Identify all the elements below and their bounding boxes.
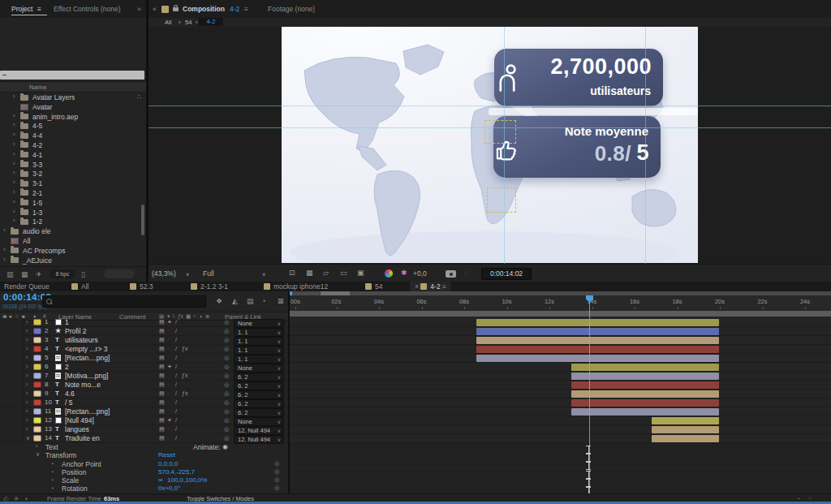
tab-composition-name[interactable]: 4-2	[230, 5, 239, 13]
region-of-interest-icon[interactable]: ▭	[340, 269, 347, 277]
layer-name[interactable]: [Null 494]	[65, 416, 94, 424]
close-tab-icon[interactable]: ×	[415, 282, 420, 291]
motion-blur-icon[interactable]: ◔	[261, 297, 265, 305]
snapshot-camera-icon[interactable]	[446, 270, 456, 278]
layer-expander-icon[interactable]: ›	[26, 408, 28, 414]
layer-expander-icon[interactable]: ›	[26, 364, 28, 369]
switch-shy-icon[interactable]: ▤	[159, 390, 165, 397]
stopwatch-icon[interactable]: ◔	[50, 485, 54, 491]
graph-editor-icon[interactable]: ⊠	[278, 297, 284, 305]
switch-quality-icon[interactable]: /	[175, 399, 177, 405]
project-item-1-3[interactable]: ›1-3	[0, 208, 146, 218]
switch-quality-icon[interactable]: /	[175, 426, 177, 432]
layer-row-13[interactable]: ›13Tlangues▤·/◎12. Null 494∨	[0, 425, 288, 434]
layer-color-chip[interactable]	[33, 328, 41, 334]
layer-color-chip[interactable]	[33, 319, 41, 325]
project-item-3-1[interactable]: ›3-1	[0, 179, 146, 188]
track-row-1[interactable]	[290, 318, 831, 327]
layer-row-12[interactable]: ›12[Null 494]▤✦/◎None∨	[0, 416, 288, 425]
switch-quality-icon[interactable]: /	[175, 319, 177, 325]
project-item-avatar-layers[interactable]: ›Avatar Layers∴	[0, 93, 146, 102]
layer-expander-icon[interactable]: ›	[26, 426, 28, 432]
layer-duration-bar[interactable]	[476, 346, 719, 353]
trash-icon[interactable]: ▯	[81, 270, 85, 278]
keyframe-ibeam[interactable]	[586, 454, 591, 462]
layer-toggle-cell[interactable]	[17, 354, 24, 362]
layer-toggle-cell[interactable]	[17, 345, 24, 353]
layer-name[interactable]: [Motiva....png]	[65, 372, 108, 380]
layer-toggle-cell[interactable]	[17, 425, 24, 433]
horizontal-guide[interactable]	[149, 106, 831, 106]
pick-whip-icon[interactable]: ◎	[224, 355, 229, 361]
track-row-7[interactable]	[290, 372, 831, 381]
layer-duration-bar[interactable]	[476, 319, 719, 326]
pick-whip-icon[interactable]: ◎	[224, 417, 229, 424]
layer-color-chip[interactable]	[33, 426, 41, 433]
switch-shy-icon[interactable]: ▤	[159, 381, 165, 388]
vertical-guide[interactable]	[504, 27, 505, 264]
switch-shy-icon[interactable]: ▤	[159, 355, 165, 361]
layer-name[interactable]: utilisateurs	[65, 336, 98, 344]
pick-whip-icon[interactable]: ◎	[224, 426, 229, 433]
track-row-6[interactable]	[290, 363, 831, 372]
expander-icon[interactable]: ›	[13, 217, 15, 224]
switch-quality-icon[interactable]: /	[175, 373, 177, 378]
project-item-3-3[interactable]: ›3-3	[0, 160, 146, 170]
lock-icon[interactable]	[173, 7, 179, 11]
switch-fx-icon[interactable]: ƒx	[182, 346, 187, 351]
project-item-1-5[interactable]: ›1-5	[0, 198, 146, 208]
parent-dropdown[interactable]: 1. 1∨	[234, 355, 284, 364]
track-row-5[interactable]	[290, 354, 831, 363]
stopwatch-icon[interactable]: ◔	[50, 469, 54, 475]
project-item-anim-intro-aep[interactable]: ›anim_intro.aep	[0, 112, 146, 122]
layer-duration-bar[interactable]	[571, 408, 719, 416]
exposure-value[interactable]: +0,0	[413, 269, 427, 278]
expander-icon[interactable]: ›	[13, 150, 15, 157]
layer-row-14[interactable]: ∨14TTraduite en▤·/◎12. Null 494∨	[0, 434, 288, 443]
layer-expander-icon[interactable]: ›	[26, 319, 28, 325]
transparency-grid-icon[interactable]: ▦	[306, 269, 313, 277]
layer-expander-icon[interactable]: ›	[26, 417, 28, 423]
comp-mini-flowchart-icon[interactable]: ❖	[216, 297, 222, 305]
timeline-track-area[interactable]: 00s02s04s06s08s10s12s14s16s18s20s22s24s	[288, 291, 831, 493]
switch-quality-icon[interactable]: /	[175, 417, 177, 423]
project-item-avatar[interactable]: Avatar	[0, 102, 146, 112]
track-row-14[interactable]	[290, 434, 831, 443]
layer-name[interactable]: [Rectan....png]	[65, 407, 110, 416]
selection-tool-icon[interactable]: ⊡	[289, 269, 295, 277]
expander-icon[interactable]: ›	[3, 226, 6, 234]
switch-shy-icon[interactable]: ▤	[159, 417, 165, 424]
pick-whip-icon[interactable]: ◎	[224, 435, 229, 442]
layer-toggle-cell[interactable]	[17, 398, 24, 407]
project-item-ac-precomps[interactable]: ›AC Precomps	[0, 246, 146, 256]
switch-quality-icon[interactable]: /	[175, 355, 177, 360]
switch-shy-icon[interactable]: ▤	[159, 435, 165, 442]
parent-dropdown[interactable]: None∨	[234, 364, 284, 373]
track-row-2[interactable]	[290, 327, 831, 336]
track-row-3[interactable]	[290, 336, 831, 345]
switch-fx-icon[interactable]: ƒx	[182, 373, 187, 378]
layer-name[interactable]: Traduite en	[65, 434, 100, 442]
layer-duration-bar[interactable]	[476, 328, 719, 335]
mask-visibility-icon[interactable]: ▱	[323, 269, 329, 277]
switch-quality-icon[interactable]: /	[175, 390, 177, 396]
timeline-tab-mockup-iphone12[interactable]: mockup iphone12	[264, 282, 328, 291]
expander-icon[interactable]: ›	[13, 131, 15, 138]
expander-icon[interactable]: ›	[13, 188, 15, 196]
group-expander-icon[interactable]: ∨	[36, 451, 40, 458]
property-value[interactable]: 0x+0,0°	[158, 485, 180, 492]
guides-options-icon[interactable]: ▣	[357, 269, 364, 277]
bit-depth-button[interactable]: 8 bpc	[50, 269, 75, 278]
layer-toggle-cell[interactable]	[17, 372, 24, 380]
layer-color-chip[interactable]	[33, 381, 41, 388]
parent-dropdown[interactable]: 6. 2∨	[234, 390, 284, 399]
layer-duration-bar[interactable]	[571, 373, 719, 380]
pick-whip-icon[interactable]: ◎	[224, 399, 229, 406]
pick-whip-icon[interactable]: ◎	[224, 408, 229, 415]
expander-icon[interactable]: ›	[13, 179, 15, 186]
layer-duration-bar[interactable]	[571, 364, 719, 371]
composition-canvas[interactable]: 2,700,000 utilisateurs Note moyenne 0.8/…	[282, 27, 698, 263]
parent-dropdown[interactable]: 6. 2∨	[234, 381, 284, 390]
resolution-dropdown[interactable]: Full	[203, 269, 214, 278]
property-row-position[interactable]: ◔Position570,4,-225,7◎	[0, 468, 288, 476]
